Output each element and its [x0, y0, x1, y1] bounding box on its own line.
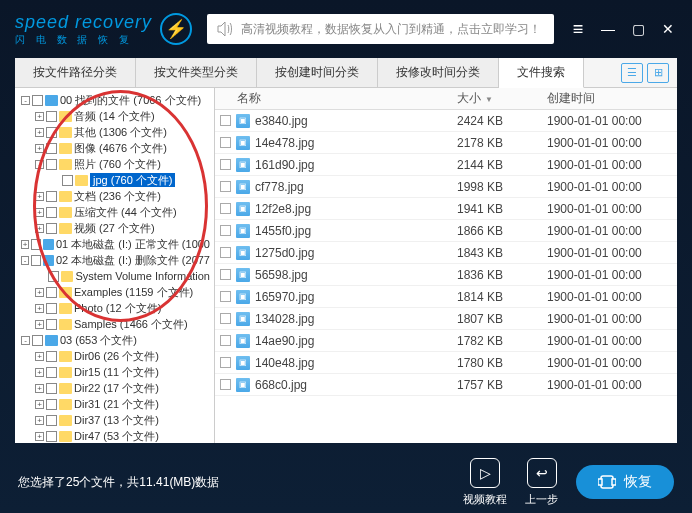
collapse-icon[interactable]: -	[21, 336, 30, 345]
row-checkbox[interactable]	[220, 335, 231, 346]
row-checkbox[interactable]	[220, 225, 231, 236]
tree-checkbox[interactable]	[31, 255, 41, 266]
tree-checkbox[interactable]	[46, 383, 57, 394]
expand-icon[interactable]: +	[35, 384, 44, 393]
table-row[interactable]: ▣161d90.jpg2144 KB1900-01-01 00:00	[215, 154, 677, 176]
tree-pane[interactable]: -00 找到的文件 (7066 个文件)+音频 (14 个文件)+其他 (130…	[15, 88, 215, 443]
table-row[interactable]: ▣12f2e8.jpg1941 KB1900-01-01 00:00	[215, 198, 677, 220]
table-row[interactable]: ▣140e48.jpg1780 KB1900-01-01 00:00	[215, 352, 677, 374]
tree-checkbox[interactable]	[46, 207, 57, 218]
expand-icon[interactable]: +	[35, 112, 44, 121]
expand-icon[interactable]: +	[35, 288, 44, 297]
tree-item[interactable]: +压缩文件 (44 个文件)	[17, 204, 212, 220]
tree-checkbox[interactable]	[46, 303, 57, 314]
row-checkbox[interactable]	[220, 159, 231, 170]
table-row[interactable]: ▣165970.jpg1814 KB1900-01-01 00:00	[215, 286, 677, 308]
expand-icon[interactable]: +	[35, 320, 44, 329]
minimize-button[interactable]: —	[599, 20, 617, 38]
tree-item[interactable]: +音频 (14 个文件)	[17, 108, 212, 124]
tree-item[interactable]: -00 找到的文件 (7066 个文件)	[17, 92, 212, 108]
table-row[interactable]: ▣668c0.jpg1757 KB1900-01-01 00:00	[215, 374, 677, 396]
recover-button[interactable]: 恢复	[576, 465, 674, 499]
tree-item[interactable]: +视频 (27 个文件)	[17, 220, 212, 236]
expand-icon[interactable]: +	[35, 192, 44, 201]
view-list-button[interactable]: ☰	[621, 63, 643, 83]
tree-checkbox[interactable]	[46, 287, 57, 298]
table-row[interactable]: ▣134028.jpg1807 KB1900-01-01 00:00	[215, 308, 677, 330]
table-row[interactable]: ▣1455f0.jpg1866 KB1900-01-01 00:00	[215, 220, 677, 242]
tree-checkbox[interactable]	[46, 223, 57, 234]
tree-item[interactable]: -02 本地磁盘 (I:) 删除文件 (2077	[17, 252, 212, 268]
tree-checkbox[interactable]	[46, 143, 57, 154]
expand-icon[interactable]: +	[35, 368, 44, 377]
tab-1[interactable]: 按文件类型分类	[136, 58, 257, 87]
table-row[interactable]: ▣1275d0.jpg1843 KB1900-01-01 00:00	[215, 242, 677, 264]
tree-checkbox[interactable]	[46, 319, 57, 330]
row-checkbox[interactable]	[220, 137, 231, 148]
tree-item[interactable]: +Dir06 (26 个文件)	[17, 348, 212, 364]
tree-checkbox[interactable]	[48, 271, 59, 282]
tab-3[interactable]: 按修改时间分类	[378, 58, 499, 87]
tree-checkbox[interactable]	[46, 431, 57, 442]
expand-icon[interactable]: +	[21, 240, 29, 249]
menu-button[interactable]: ≡	[569, 20, 587, 38]
tree-checkbox[interactable]	[46, 399, 57, 410]
tree-checkbox[interactable]	[46, 159, 57, 170]
tree-item[interactable]: +Dir22 (17 个文件)	[17, 380, 212, 396]
tree-checkbox[interactable]	[46, 367, 57, 378]
row-checkbox[interactable]	[220, 379, 231, 390]
tutorial-banner[interactable]: 高清视频教程，数据恢复从入门到精通，点击立即学习！	[207, 14, 554, 44]
expand-icon[interactable]: +	[35, 144, 44, 153]
row-checkbox[interactable]	[220, 357, 231, 368]
expand-icon[interactable]: +	[35, 224, 44, 233]
col-name[interactable]: 名称	[215, 90, 457, 107]
expand-icon[interactable]: +	[35, 400, 44, 409]
tree-checkbox[interactable]	[32, 95, 43, 106]
expand-icon[interactable]: +	[35, 352, 44, 361]
tree-item[interactable]: +Dir15 (11 个文件)	[17, 364, 212, 380]
tree-checkbox[interactable]	[46, 127, 57, 138]
tab-2[interactable]: 按创建时间分类	[257, 58, 378, 87]
tree-item[interactable]: +其他 (1306 个文件)	[17, 124, 212, 140]
expand-icon[interactable]: +	[35, 128, 44, 137]
col-size[interactable]: 大小▼	[457, 90, 547, 107]
list-body[interactable]: ▣e3840.jpg2424 KB1900-01-01 00:00▣14e478…	[215, 110, 677, 443]
row-checkbox[interactable]	[220, 247, 231, 258]
table-row[interactable]: ▣e3840.jpg2424 KB1900-01-01 00:00	[215, 110, 677, 132]
expand-icon[interactable]: +	[35, 432, 44, 441]
tree-item[interactable]: -03 (653 个文件)	[17, 332, 212, 348]
tree-item[interactable]: +文档 (236 个文件)	[17, 188, 212, 204]
row-checkbox[interactable]	[220, 181, 231, 192]
tree-checkbox[interactable]	[46, 351, 57, 362]
tutorial-button[interactable]: ▷ 视频教程	[463, 458, 507, 507]
tree-item[interactable]: +Dir37 (13 个文件)	[17, 412, 212, 428]
row-checkbox[interactable]	[220, 313, 231, 324]
tree-item[interactable]: +Photo (12 个文件)	[17, 300, 212, 316]
tab-4[interactable]: 文件搜索	[499, 58, 584, 88]
tree-item[interactable]: jpg (760 个文件)	[17, 172, 212, 188]
tree-item[interactable]: +Dir31 (21 个文件)	[17, 396, 212, 412]
col-date[interactable]: 创建时间	[547, 90, 677, 107]
tree-checkbox[interactable]	[46, 415, 57, 426]
table-row[interactable]: ▣14e478.jpg2178 KB1900-01-01 00:00	[215, 132, 677, 154]
row-checkbox[interactable]	[220, 291, 231, 302]
table-row[interactable]: ▣14ae90.jpg1782 KB1900-01-01 00:00	[215, 330, 677, 352]
table-row[interactable]: ▣cf778.jpg1998 KB1900-01-01 00:00	[215, 176, 677, 198]
view-grid-button[interactable]: ⊞	[647, 63, 669, 83]
row-checkbox[interactable]	[220, 269, 231, 280]
tree-item[interactable]: +Dir47 (53 个文件)	[17, 428, 212, 443]
tree-checkbox[interactable]	[31, 239, 41, 250]
tree-item[interactable]: +Examples (1159 个文件)	[17, 284, 212, 300]
maximize-button[interactable]: ▢	[629, 20, 647, 38]
row-checkbox[interactable]	[220, 115, 231, 126]
back-button[interactable]: ↩ 上一步	[525, 458, 558, 507]
collapse-icon[interactable]: -	[21, 256, 29, 265]
tree-item[interactable]: -照片 (760 个文件)	[17, 156, 212, 172]
tree-checkbox[interactable]	[32, 335, 43, 346]
close-button[interactable]: ✕	[659, 20, 677, 38]
tab-0[interactable]: 按文件路径分类	[15, 58, 136, 87]
tree-checkbox[interactable]	[62, 175, 73, 186]
collapse-icon[interactable]: -	[21, 96, 30, 105]
table-row[interactable]: ▣56598.jpg1836 KB1900-01-01 00:00	[215, 264, 677, 286]
tree-checkbox[interactable]	[46, 111, 57, 122]
